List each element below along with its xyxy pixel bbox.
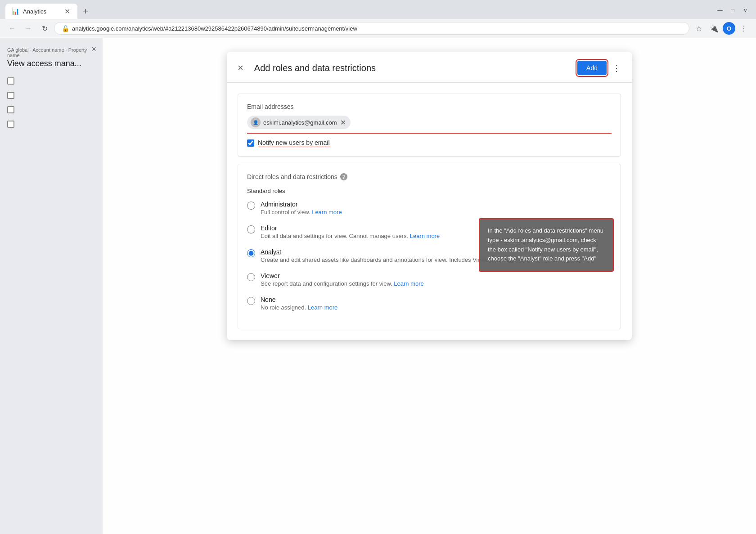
tab-title: Analytics	[23, 8, 59, 15]
learn-more-administrator[interactable]: Learn more	[312, 209, 342, 215]
role-radio-viewer[interactable]	[247, 273, 255, 281]
left-panel-header: GA global · Account name · Property name…	[0, 44, 103, 70]
address-bar[interactable]: 🔒 analytics.google.com/analytics/web/#a2…	[54, 22, 689, 35]
profile-button[interactable]: O	[723, 22, 735, 35]
bookmark-button[interactable]: ☆	[692, 22, 706, 35]
tab-bar: 📊 Analytics ✕ + — □ ∨	[0, 0, 756, 19]
tab-close-button[interactable]: ✕	[63, 7, 71, 15]
tab-favicon-icon: 📊	[12, 8, 19, 15]
extensions-button[interactable]: 🔌	[707, 22, 721, 35]
notify-checkbox[interactable]	[247, 139, 254, 147]
chip-remove-button[interactable]: ✕	[340, 118, 346, 127]
window-controls: — □ ∨	[715, 5, 751, 18]
left-panel-close-button[interactable]: ×	[91, 45, 96, 54]
role-name-administrator: Administrator	[261, 201, 612, 208]
help-icon[interactable]: ?	[340, 173, 347, 180]
modal: × Add roles and data restrictions Add ⋮ …	[227, 52, 632, 340]
avatar: 👤	[251, 117, 261, 127]
more-options-button[interactable]: ⋮	[737, 22, 751, 35]
role-option-none: None No role assigned. Learn more	[247, 296, 612, 311]
role-radio-analyst[interactable]	[247, 249, 255, 257]
email-section: Email addresses 👤 eskimi.analytics@gmail…	[238, 94, 621, 157]
role-option-administrator: Administrator Full control of view. Lear…	[247, 201, 612, 215]
standard-roles-label: Standard roles	[247, 188, 612, 194]
roles-header-label: Direct roles and data restrictions	[247, 173, 338, 180]
forward-button[interactable]: →	[22, 22, 35, 35]
left-panel: × GA global · Account name · Property na…	[0, 38, 103, 534]
nav-bar: ← → ↻ 🔒 analytics.google.com/analytics/w…	[0, 19, 756, 38]
email-section-label: Email addresses	[247, 103, 612, 110]
window-maximize-button[interactable]: □	[727, 5, 738, 16]
nav-right-controls: ☆ 🔌 O ⋮	[692, 22, 751, 35]
notify-row: Notify new users by email	[247, 139, 612, 147]
tooltip-text: In the "Add roles and data restrictions"…	[488, 227, 603, 262]
refresh-button[interactable]: ↻	[38, 22, 51, 35]
role-info-administrator: Administrator Full control of view. Lear…	[261, 201, 612, 215]
checkbox-list	[0, 70, 103, 135]
modal-title: Add roles and data restrictions	[254, 63, 376, 73]
lock-icon: 🔒	[62, 25, 69, 32]
modal-header-right: Add ⋮	[577, 61, 621, 75]
roles-header: Direct roles and data restrictions ?	[247, 173, 612, 180]
browser-tab-analytics[interactable]: 📊 Analytics ✕	[5, 4, 77, 19]
modal-container: × Add roles and data restrictions Add ⋮ …	[222, 43, 636, 349]
modal-body: Email addresses 👤 eskimi.analytics@gmail…	[227, 83, 632, 340]
role-desc-none: No role assigned. Learn more	[261, 304, 612, 311]
role-info-viewer: Viewer See report data and configuration…	[261, 272, 612, 287]
back-button[interactable]: ←	[5, 22, 19, 35]
window-minimize-button[interactable]: —	[715, 5, 725, 16]
modal-more-button[interactable]: ⋮	[612, 63, 621, 73]
list-checkbox-3[interactable]	[7, 106, 14, 113]
modal-overlay: × Add roles and data restrictions Add ⋮ …	[103, 38, 756, 534]
tooltip-overlay: In the "Add roles and data restrictions"…	[479, 218, 614, 272]
role-desc-viewer: See report data and configuration settin…	[261, 280, 612, 287]
learn-more-viewer[interactable]: Learn more	[394, 280, 423, 287]
role-name-none: None	[261, 296, 612, 303]
left-panel-title: View access mana...	[7, 59, 95, 68]
email-chip-row: 👤 eskimi.analytics@gmail.com ✕	[247, 116, 612, 134]
new-tab-button[interactable]: +	[79, 5, 92, 18]
learn-more-editor[interactable]: Learn more	[410, 233, 440, 239]
window-close-button[interactable]: ∨	[740, 5, 751, 16]
modal-wrapper: × Add roles and data restrictions Add ⋮ …	[103, 43, 756, 349]
role-radio-administrator[interactable]	[247, 202, 255, 210]
add-button[interactable]: Add	[577, 61, 607, 75]
role-radio-editor[interactable]	[247, 225, 255, 233]
role-name-viewer: Viewer	[261, 272, 612, 279]
email-chip[interactable]: 👤 eskimi.analytics@gmail.com ✕	[247, 116, 351, 129]
role-desc-administrator: Full control of view. Learn more	[261, 209, 612, 215]
list-checkbox-4[interactable]	[7, 121, 14, 128]
left-panel-breadcrumb: GA global · Account name · Property name	[7, 47, 95, 58]
modal-close-button[interactable]: ×	[238, 62, 243, 74]
role-radio-none[interactable]	[247, 297, 255, 305]
list-checkbox-2[interactable]	[7, 92, 14, 99]
browser-chrome: 📊 Analytics ✕ + — □ ∨ ← → ↻ 🔒 analytics.…	[0, 0, 756, 38]
list-checkbox-1[interactable]	[7, 77, 14, 85]
chip-email-text: eskimi.analytics@gmail.com	[263, 119, 337, 126]
notify-label: Notify new users by email	[258, 139, 330, 147]
role-info-none: None No role assigned. Learn more	[261, 296, 612, 311]
role-option-viewer: Viewer See report data and configuration…	[247, 272, 612, 287]
modal-header: × Add roles and data restrictions Add ⋮	[227, 52, 632, 83]
learn-more-none[interactable]: Learn more	[308, 304, 338, 311]
page-content: × GA global · Account name · Property na…	[0, 38, 756, 534]
url-text: analytics.google.com/analytics/web/#a212…	[72, 25, 357, 32]
